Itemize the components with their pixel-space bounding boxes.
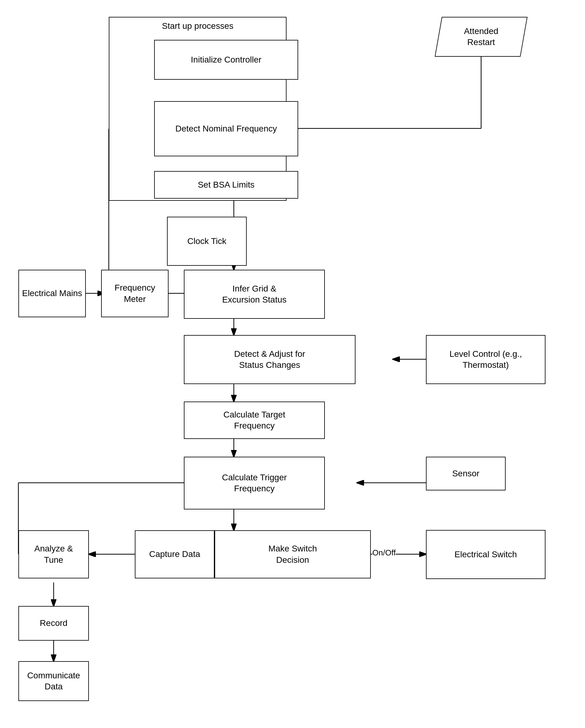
initialize-controller-label: Initialize Controller xyxy=(191,54,261,65)
level-control-box: Level Control (e.g.,Thermostat) xyxy=(426,335,546,384)
capture-data-box: Capture Data xyxy=(135,530,214,578)
startup-group-label: Start up processes xyxy=(162,21,233,31)
detect-adjust-box: Detect & Adjust forStatus Changes xyxy=(184,335,355,384)
electrical-switch-box: Electrical Switch xyxy=(426,530,546,579)
record-label: Record xyxy=(40,618,68,629)
frequency-meter-label: Frequency Meter xyxy=(104,282,165,305)
capture-data-label: Capture Data xyxy=(149,549,201,560)
set-bsa-limits-label: Set BSA Limits xyxy=(198,179,254,190)
infer-grid-excursion-label: Infer Grid &Excursion Status xyxy=(222,283,287,306)
analyze-tune-box: Analyze &Tune xyxy=(18,530,89,578)
onoff-label: On/Off xyxy=(372,548,396,557)
analyze-tune-label: Analyze &Tune xyxy=(34,543,73,566)
make-switch-decision-label: Make SwitchDecision xyxy=(268,543,317,566)
communicate-data-label: CommunicateData xyxy=(27,670,80,693)
record-box: Record xyxy=(18,606,89,641)
level-control-label: Level Control (e.g.,Thermostat) xyxy=(450,348,522,371)
frequency-meter-box: Frequency Meter xyxy=(101,270,168,317)
detect-nominal-frequency-label: Detect Nominal Frequency xyxy=(175,123,277,134)
infer-grid-excursion-box: Infer Grid &Excursion Status xyxy=(184,270,325,319)
calculate-trigger-box: Calculate TriggerFrequency xyxy=(184,457,325,510)
detect-nominal-frequency-box: Detect Nominal Frequency xyxy=(154,101,298,156)
attended-restart-box: AttendedRestart xyxy=(438,17,524,57)
clock-tick-label: Clock Tick xyxy=(187,236,227,247)
sensor-box: Sensor xyxy=(426,457,506,490)
electrical-mains-box: Electrical Mains xyxy=(18,270,86,317)
clock-tick-box: Clock Tick xyxy=(167,217,247,266)
sensor-label: Sensor xyxy=(452,468,480,479)
detect-adjust-label: Detect & Adjust forStatus Changes xyxy=(234,348,305,371)
electrical-mains-label: Electrical Mains xyxy=(22,288,82,299)
set-bsa-limits-box: Set BSA Limits xyxy=(154,171,298,199)
attended-restart-label: AttendedRestart xyxy=(464,26,498,48)
calculate-target-box: Calculate TargetFrequency xyxy=(184,401,325,439)
calculate-target-label: Calculate TargetFrequency xyxy=(223,409,285,432)
calculate-trigger-label: Calculate TriggerFrequency xyxy=(222,472,287,494)
electrical-switch-label: Electrical Switch xyxy=(454,549,517,560)
flowchart: Start up processes Initialize Controller… xyxy=(0,0,585,728)
make-switch-decision-box: Make SwitchDecision xyxy=(214,530,371,578)
communicate-data-box: CommunicateData xyxy=(18,661,89,701)
initialize-controller-box: Initialize Controller xyxy=(154,40,298,80)
